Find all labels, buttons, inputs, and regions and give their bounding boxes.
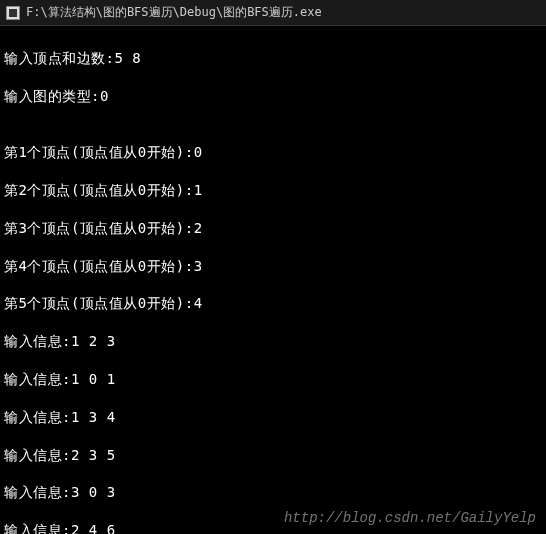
console-line: 输入信息:1 2 3	[4, 332, 542, 351]
console-line: 输入信息:1 0 1	[4, 370, 542, 389]
watermark-text: http://blog.csdn.net/GailyYelp	[284, 510, 536, 526]
window-titlebar: F:\算法结构\图的BFS遍历\Debug\图的BFS遍历.exe	[0, 0, 546, 26]
console-line: 第4个顶点(顶点值从0开始):3	[4, 257, 542, 276]
console-line: 输入图的类型:0	[4, 87, 542, 106]
console-line: 第5个顶点(顶点值从0开始):4	[4, 294, 542, 313]
app-icon	[6, 6, 20, 20]
console-line: 输入信息:1 3 4	[4, 408, 542, 427]
console-line: 输入信息:2 3 5	[4, 446, 542, 465]
window-title: F:\算法结构\图的BFS遍历\Debug\图的BFS遍历.exe	[26, 4, 322, 21]
console-line: 第1个顶点(顶点值从0开始):0	[4, 143, 542, 162]
console-line: 第2个顶点(顶点值从0开始):1	[4, 181, 542, 200]
console-line: 输入顶点和边数:5 8	[4, 49, 542, 68]
console-output: 输入顶点和边数:5 8 输入图的类型:0 第1个顶点(顶点值从0开始):0 第2…	[0, 26, 546, 534]
console-line: 第3个顶点(顶点值从0开始):2	[4, 219, 542, 238]
console-line: 输入信息:3 0 3	[4, 483, 542, 502]
